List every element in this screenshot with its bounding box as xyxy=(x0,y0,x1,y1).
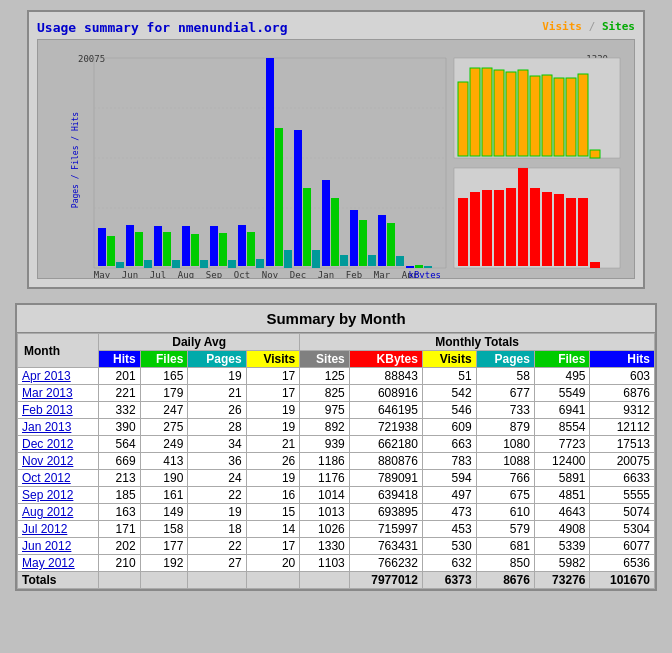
svg-rect-89 xyxy=(482,190,492,266)
month-cell: Jul 2012 xyxy=(18,521,99,538)
monthly-sites-cell: 892 xyxy=(300,419,350,436)
svg-rect-25 xyxy=(219,233,227,266)
legend-sites: Sites xyxy=(602,20,635,33)
svg-rect-95 xyxy=(554,194,564,266)
monthly-visits-cell: 542 xyxy=(422,385,476,402)
month-link[interactable]: Aug 2012 xyxy=(22,505,73,519)
svg-rect-73 xyxy=(590,150,600,158)
chart-svg: 20075 1330 880876 Pages / Files / Hits xyxy=(38,40,634,278)
monthly-files-cell: 5339 xyxy=(534,538,590,555)
month-link[interactable]: Sep 2012 xyxy=(22,488,73,502)
svg-rect-19 xyxy=(163,232,171,266)
daily-files-cell: 413 xyxy=(140,453,188,470)
svg-rect-47 xyxy=(424,266,432,268)
month-link[interactable]: Apr 2013 xyxy=(22,369,71,383)
monthly-pages-cell: 1088 xyxy=(476,453,534,470)
col-daily-avg-header: Daily Avg xyxy=(99,334,300,351)
svg-text:Aug: Aug xyxy=(178,270,194,278)
monthly-pages-cell: 677 xyxy=(476,385,534,402)
daily-visits-cell: 16 xyxy=(246,487,300,504)
monthly-pages-cell: 681 xyxy=(476,538,534,555)
th-monthly-kbytes: KBytes xyxy=(349,351,422,368)
svg-rect-31 xyxy=(275,128,283,266)
totals-pages: 8676 xyxy=(476,572,534,589)
month-cell: Apr 2013 xyxy=(18,368,99,385)
svg-text:Jan: Jan xyxy=(318,270,334,278)
table-row: Aug 2012 163 149 19 15 1013 693895 473 6… xyxy=(18,504,655,521)
monthly-sites-cell: 975 xyxy=(300,402,350,419)
daily-files-cell: 161 xyxy=(140,487,188,504)
svg-rect-69 xyxy=(542,75,552,156)
month-link[interactable]: May 2012 xyxy=(22,556,75,570)
svg-rect-70 xyxy=(554,78,564,156)
svg-text:kBytes: kBytes xyxy=(408,270,441,278)
monthly-hits-cell: 5555 xyxy=(590,487,655,504)
monthly-sites-cell: 825 xyxy=(300,385,350,402)
summary-table-container: Summary by Month Month Daily Avg Monthly… xyxy=(15,303,657,591)
svg-rect-36 xyxy=(322,180,330,266)
daily-visits-cell: 20 xyxy=(246,555,300,572)
monthly-pages-cell: 1080 xyxy=(476,436,534,453)
monthly-hits-cell: 9312 xyxy=(590,402,655,419)
monthly-visits-cell: 663 xyxy=(422,436,476,453)
month-link[interactable]: Jan 2013 xyxy=(22,420,71,434)
col-monthly-totals-header: Monthly Totals xyxy=(300,334,655,351)
svg-rect-91 xyxy=(506,188,516,266)
daily-pages-cell: 22 xyxy=(188,487,246,504)
month-link[interactable]: Feb 2013 xyxy=(22,403,73,417)
monthly-visits-cell: 453 xyxy=(422,521,476,538)
svg-rect-30 xyxy=(266,58,274,266)
svg-rect-14 xyxy=(116,262,124,268)
daily-pages-cell: 21 xyxy=(188,385,246,402)
monthly-kbytes-cell: 789091 xyxy=(349,470,422,487)
svg-rect-34 xyxy=(303,188,311,266)
summary-table: Month Daily Avg Monthly Totals Hits File… xyxy=(17,333,655,589)
chart-area: 20075 1330 880876 Pages / Files / Hits xyxy=(37,39,635,279)
monthly-hits-cell: 6633 xyxy=(590,470,655,487)
month-cell: Dec 2012 xyxy=(18,436,99,453)
monthly-visits-cell: 632 xyxy=(422,555,476,572)
th-monthly-hits: Hits xyxy=(590,351,655,368)
th-daily-files: Files xyxy=(140,351,188,368)
table-row: Dec 2012 564 249 34 21 939 662180 663 10… xyxy=(18,436,655,453)
totals-hits: 101670 xyxy=(590,572,655,589)
monthly-kbytes-cell: 608916 xyxy=(349,385,422,402)
monthly-visits-cell: 546 xyxy=(422,402,476,419)
monthly-files-cell: 4643 xyxy=(534,504,590,521)
monthly-sites-cell: 1026 xyxy=(300,521,350,538)
svg-rect-62 xyxy=(458,82,468,156)
table-row: Oct 2012 213 190 24 19 1176 789091 594 7… xyxy=(18,470,655,487)
month-link[interactable]: Jul 2012 xyxy=(22,522,67,536)
daily-visits-cell: 17 xyxy=(246,385,300,402)
month-link[interactable]: Dec 2012 xyxy=(22,437,73,451)
table-row: Apr 2013 201 165 19 17 125 88843 51 58 4… xyxy=(18,368,655,385)
svg-rect-37 xyxy=(331,198,339,266)
month-link[interactable]: Mar 2013 xyxy=(22,386,73,400)
monthly-hits-cell: 6876 xyxy=(590,385,655,402)
svg-rect-94 xyxy=(542,192,552,266)
col-month-header: Month xyxy=(18,334,99,368)
daily-pages-cell: 28 xyxy=(188,419,246,436)
daily-hits-cell: 202 xyxy=(99,538,141,555)
daily-pages-cell: 24 xyxy=(188,470,246,487)
monthly-sites-cell: 1176 xyxy=(300,470,350,487)
month-link[interactable]: Jun 2012 xyxy=(22,539,71,553)
month-link[interactable]: Nov 2012 xyxy=(22,454,73,468)
totals-label: Totals xyxy=(18,572,99,589)
month-link[interactable]: Oct 2012 xyxy=(22,471,71,485)
table-row: Jun 2012 202 177 22 17 1330 763431 530 6… xyxy=(18,538,655,555)
monthly-kbytes-cell: 88843 xyxy=(349,368,422,385)
svg-rect-22 xyxy=(191,234,199,266)
table-row: Feb 2013 332 247 26 19 975 646195 546 73… xyxy=(18,402,655,419)
monthly-hits-cell: 5304 xyxy=(590,521,655,538)
svg-rect-20 xyxy=(172,260,180,268)
daily-visits-cell: 17 xyxy=(246,538,300,555)
monthly-sites-cell: 1103 xyxy=(300,555,350,572)
table-row: Jan 2013 390 275 28 19 892 721938 609 87… xyxy=(18,419,655,436)
monthly-sites-cell: 1330 xyxy=(300,538,350,555)
svg-text:May: May xyxy=(94,270,111,278)
svg-rect-24 xyxy=(210,226,218,266)
daily-files-cell: 192 xyxy=(140,555,188,572)
svg-rect-28 xyxy=(247,232,255,266)
monthly-hits-cell: 12112 xyxy=(590,419,655,436)
